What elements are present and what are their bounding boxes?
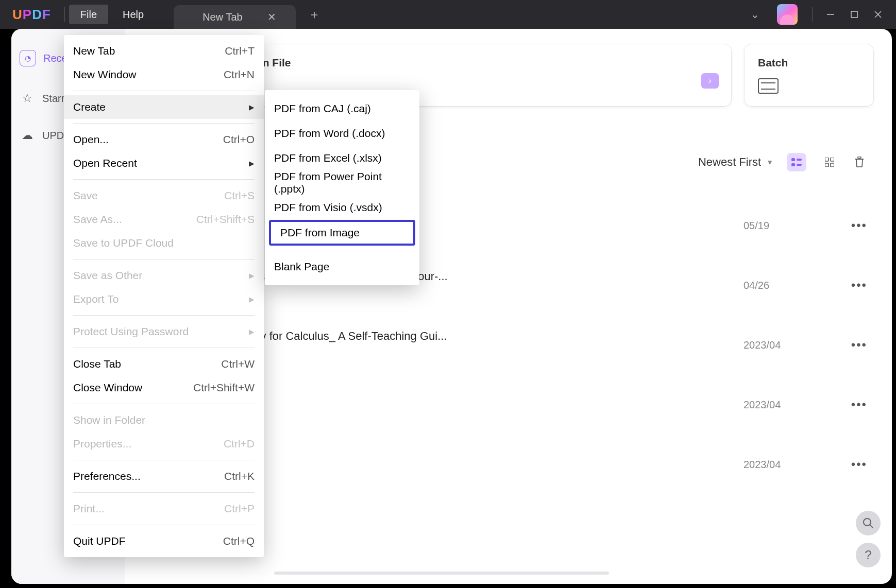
file-date: 2023/04 (743, 399, 841, 411)
svg-rect-1 (851, 11, 857, 18)
more-icon[interactable]: ••• (841, 457, 867, 472)
star-icon: ☆ (20, 91, 35, 106)
more-icon[interactable]: ••• (841, 397, 867, 412)
app-logo: UPDF (0, 7, 60, 23)
svg-rect-9 (831, 158, 834, 161)
trash-button[interactable] (850, 152, 869, 172)
menu-item[interactable]: Open...Ctrl+O (64, 128, 264, 151)
help-fab[interactable]: ? (856, 543, 881, 567)
file-menu-panel: New TabCtrl+TNew WindowCtrl+NCreate▸Open… (64, 35, 264, 557)
menu-item-label: Save As... (73, 213, 196, 226)
menu-item[interactable]: Close WindowCtrl+Shift+W (64, 376, 264, 400)
submenu-arrow-icon: ▸ (249, 101, 255, 113)
menu-item: Save As...Ctrl+Shift+S (64, 207, 264, 231)
menu-item-label: Create (73, 101, 249, 113)
menu-item-label: Open... (73, 133, 223, 146)
submenu-item[interactable]: Blank Page (265, 254, 419, 279)
window-close-icon[interactable] (866, 4, 890, 25)
menu-separator (73, 179, 255, 180)
cloud-icon: ☁ (20, 128, 35, 143)
file-date: 2023/04 (743, 459, 841, 471)
menu-item: Print...Ctrl+P (64, 497, 264, 521)
menu-shortcut: Ctrl+N (224, 68, 255, 81)
menu-separator (73, 348, 255, 348)
tab-new-tab[interactable]: New Tab ✕ (174, 5, 295, 29)
scroll-track[interactable] (274, 572, 609, 575)
menu-item-label: Properties... (73, 438, 224, 450)
tab-add-button[interactable]: ＋ (308, 6, 320, 23)
window-maximize-icon[interactable] (842, 4, 866, 25)
menu-item: Export To▸ (64, 287, 264, 311)
submenu-arrow-icon: ▸ (249, 157, 255, 169)
batch-icon (758, 78, 779, 94)
submenu-item[interactable]: PDF from Word (.docx) (265, 121, 419, 146)
menu-item[interactable]: Close TabCtrl+W (64, 352, 264, 376)
menu-item-label: Show in Folder (73, 414, 255, 426)
window-minimize-icon[interactable] (819, 4, 842, 25)
svg-rect-5 (797, 159, 802, 161)
avatar[interactable] (777, 4, 798, 25)
menu-item[interactable]: New WindowCtrl+N (64, 63, 264, 87)
search-fab[interactable] (856, 511, 881, 535)
menu-shortcut: Ctrl+Q (223, 535, 255, 547)
menu-item: SaveCtrl+S (64, 184, 264, 207)
menu-shortcut: Ctrl+K (224, 470, 255, 482)
svg-rect-7 (797, 164, 802, 166)
chevron-down-icon[interactable]: ⌄ (741, 4, 769, 25)
menu-item-label: Save (73, 189, 224, 202)
menu-item-label: Close Tab (73, 358, 221, 370)
menu-item[interactable]: New TabCtrl+T (64, 39, 264, 63)
submenu-item[interactable]: PDF from Excel (.xlsx) (265, 146, 419, 170)
menu-separator (274, 250, 410, 250)
menu-item-label: Close Window (73, 382, 193, 394)
menu-item[interactable]: Preferences...Ctrl+K (64, 464, 264, 488)
menu-shortcut: Ctrl+S (224, 189, 255, 202)
svg-rect-12 (855, 159, 864, 160)
more-icon[interactable]: ••• (841, 338, 867, 352)
submenu-arrow-icon: ▸ (249, 269, 255, 282)
svg-rect-8 (825, 158, 829, 161)
sidebar-item-label: Starr (42, 93, 64, 105)
submenu-item[interactable]: PDF from Visio (.vsdx) (265, 195, 419, 220)
menu-item[interactable]: Create▸ (64, 95, 264, 119)
tab-close-icon[interactable]: ✕ (267, 11, 276, 23)
svg-rect-11 (831, 163, 834, 167)
svg-rect-13 (858, 157, 861, 158)
menu-shortcut: Ctrl+Shift+S (196, 213, 255, 226)
menu-shortcut: Ctrl+P (224, 503, 255, 515)
sort-dropdown[interactable]: Newest First ▼ (698, 155, 773, 169)
menu-item[interactable]: Quit UPDFCtrl+Q (64, 529, 264, 553)
menu-help[interactable]: Help (111, 5, 155, 24)
file-date: 04/26 (743, 280, 841, 291)
svg-rect-10 (825, 163, 829, 167)
menu-item: Save as Other▸ (64, 264, 264, 287)
view-list-button[interactable] (787, 153, 806, 171)
submenu-item[interactable]: PDF from Power Point (.pptx) (265, 170, 419, 195)
menu-item-label: Protect Using Password (73, 325, 249, 338)
clock-icon: ◔ (20, 50, 36, 66)
create-submenu-panel: PDF from CAJ (.caj)PDF from Word (.docx)… (265, 90, 419, 285)
svg-line-15 (870, 525, 873, 528)
open-file-arrow-icon[interactable]: › (701, 73, 719, 89)
menu-separator (73, 460, 255, 460)
view-grid-button[interactable] (820, 153, 839, 171)
more-icon[interactable]: ••• (841, 278, 867, 292)
more-icon[interactable]: ••• (841, 218, 867, 233)
file-date: 2023/04 (743, 339, 841, 351)
menu-item[interactable]: Open Recent▸ (64, 151, 264, 175)
svg-rect-4 (791, 158, 795, 161)
menu-item-label: Quit UPDF (73, 535, 223, 547)
menu-item: Protect Using Password▸ (64, 320, 264, 343)
menu-item-label: Save as Other (73, 269, 249, 282)
menu-shortcut: Ctrl+Shift+W (193, 382, 255, 394)
submenu-item[interactable]: PDF from CAJ (.caj) (265, 96, 419, 121)
menu-item: Properties...Ctrl+D (64, 432, 264, 456)
menu-item-label: Open Recent (73, 157, 249, 169)
menu-shortcut: Ctrl+W (221, 358, 255, 370)
file-date: 05/19 (743, 220, 841, 232)
menu-file[interactable]: File (69, 5, 108, 24)
batch-card[interactable]: Batch (745, 44, 873, 106)
submenu-item[interactable]: PDF from Image (269, 220, 415, 246)
titlebar: UPDF File Help New Tab ✕ ＋ ⌄ (0, 0, 896, 29)
menu-separator (73, 259, 255, 260)
